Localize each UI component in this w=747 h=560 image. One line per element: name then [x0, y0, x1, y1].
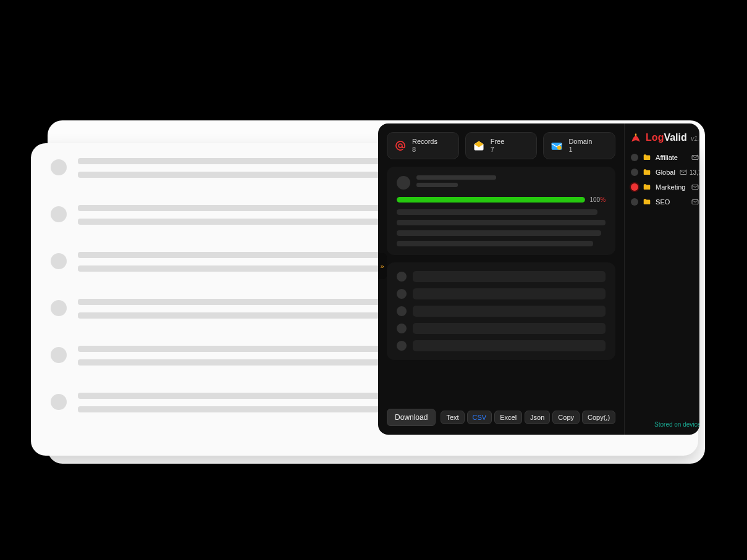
- svg-rect-3: [692, 156, 698, 160]
- list-item: [397, 288, 606, 299]
- placeholder-line: [78, 252, 408, 258]
- svg-rect-6: [692, 200, 698, 204]
- stat-row: Records 8 Free 7: [387, 132, 615, 159]
- placeholder-line: [397, 230, 601, 236]
- folder-item[interactable]: SEO18•••: [630, 195, 699, 209]
- placeholder-line: [397, 220, 606, 225]
- folder-name: Affiliate: [656, 154, 687, 161]
- list-item: [397, 323, 606, 334]
- placeholder-avatar: [51, 300, 67, 316]
- placeholder-line: [416, 175, 496, 180]
- folder-radio[interactable]: [631, 154, 638, 161]
- brand-title: LogValid v1.0: [646, 132, 699, 143]
- envelope-icon: [691, 198, 699, 206]
- stat-domain: Domain 1: [543, 132, 615, 159]
- folder-radio[interactable]: [631, 198, 638, 206]
- export-json-button[interactable]: Json: [525, 411, 550, 424]
- placeholder-avatar: [51, 159, 67, 175]
- folder-icon: [642, 153, 652, 162]
- folder-icon: [642, 183, 652, 191]
- folder-item[interactable]: Affiliate22•••: [630, 151, 699, 164]
- copy-button[interactable]: Copy: [552, 411, 580, 424]
- folder-name: Marketing: [656, 183, 687, 191]
- placeholder-line: [416, 183, 458, 187]
- folder-radio[interactable]: [631, 183, 638, 191]
- folder-list: Affiliate22•••Global13,745•••Marketing26…: [630, 151, 699, 209]
- placeholder-line: [397, 209, 597, 215]
- folder-icon: [642, 168, 652, 177]
- export-toolbar: Download Text CSV Excel Json Copy Copy(,…: [387, 409, 615, 426]
- logvalid-panel: » Records 8: [378, 123, 699, 435]
- placeholder-avatar: [51, 394, 67, 410]
- placeholder-line: [78, 299, 408, 305]
- export-excel-button[interactable]: Excel: [494, 411, 522, 424]
- stat-records: Records 8: [387, 132, 459, 159]
- progress-block: 100%: [387, 167, 615, 255]
- stat-value: 8: [412, 146, 437, 154]
- placeholder-avatar: [51, 206, 67, 222]
- placeholder-line: [78, 393, 408, 399]
- folder-item[interactable]: Global13,745•••: [630, 165, 699, 179]
- svg-rect-4: [680, 170, 686, 175]
- progress-bar: [397, 197, 585, 203]
- envelope-icon: [691, 183, 699, 191]
- export-text-button[interactable]: Text: [441, 411, 464, 424]
- folder-count: 13,745: [679, 169, 699, 176]
- envelope-icon: [691, 154, 699, 161]
- at-sign-icon: [394, 139, 407, 153]
- stat-free: Free 7: [465, 132, 538, 159]
- progress-percent: 100%: [590, 196, 606, 203]
- svg-point-0: [399, 144, 402, 148]
- list-item: [397, 271, 606, 282]
- stat-value: 7: [491, 146, 505, 154]
- svg-rect-5: [692, 185, 698, 190]
- envelope-domain-icon: [550, 139, 563, 153]
- sidebar-header: LogValid v1.0 +: [630, 131, 699, 144]
- placeholder-avatar: [51, 253, 67, 269]
- list-item: [397, 306, 606, 317]
- export-csv-button[interactable]: CSV: [467, 411, 492, 424]
- placeholder-line: [78, 158, 408, 164]
- folder-icon: [642, 198, 652, 206]
- stat-label: Domain: [568, 138, 592, 146]
- svg-point-2: [557, 146, 562, 150]
- placeholder-line: [397, 241, 593, 246]
- placeholder-avatar: [51, 347, 67, 363]
- envelope-icon: [679, 169, 688, 176]
- folder-name: SEO: [656, 198, 687, 206]
- progress-avatar-placeholder: [397, 176, 410, 190]
- folder-count: 22: [691, 154, 699, 161]
- folder-count: 18: [691, 198, 699, 206]
- progress-fill: [397, 197, 585, 203]
- panel-main: Records 8 Free 7: [378, 123, 624, 435]
- results-list-block: [387, 262, 615, 360]
- copy-comma-button[interactable]: Copy(,): [582, 411, 615, 424]
- stat-label: Free: [491, 138, 505, 146]
- stored-on-device-link[interactable]: Stored on device: [654, 421, 699, 428]
- folder-item[interactable]: Marketing26•••: [630, 180, 699, 194]
- stat-label: Records: [412, 138, 437, 146]
- envelope-open-icon: [472, 139, 486, 153]
- stat-value: 1: [568, 146, 592, 154]
- folder-count: 26: [691, 183, 699, 191]
- download-button[interactable]: Download: [387, 409, 436, 426]
- folder-radio[interactable]: [631, 169, 638, 176]
- panel-sidebar: LogValid v1.0 + Affiliate22•••Global13,7…: [624, 123, 699, 435]
- placeholder-line: [78, 346, 408, 352]
- list-item: [397, 340, 606, 351]
- sidebar-footer: Stored on device: [630, 420, 699, 428]
- logvalid-logo-icon: [630, 132, 642, 144]
- folder-name: Global: [656, 169, 675, 176]
- placeholder-line: [78, 205, 408, 211]
